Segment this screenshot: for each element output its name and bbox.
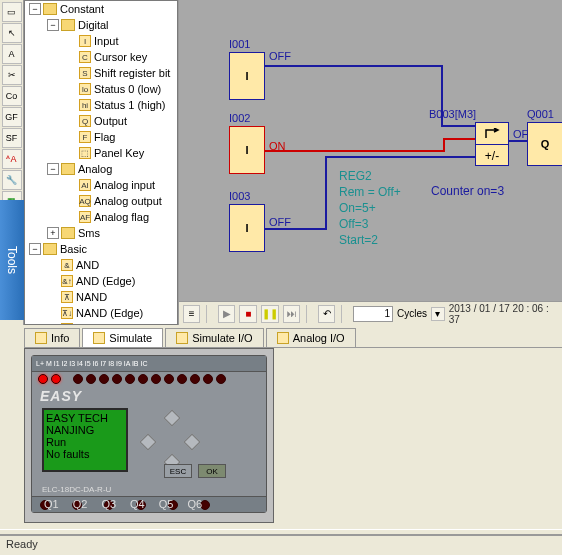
leaf-icon: I bbox=[79, 35, 91, 47]
led-i6[interactable] bbox=[138, 374, 148, 384]
led-i2[interactable] bbox=[86, 374, 96, 384]
collapse-icon[interactable]: − bbox=[47, 163, 59, 175]
collapse-icon[interactable]: − bbox=[29, 243, 41, 255]
tree-analog[interactable]: −Analog bbox=[25, 161, 177, 177]
model-label: ELC-18DC-DA-R-U bbox=[42, 485, 111, 494]
tool-sf[interactable]: SF bbox=[2, 128, 22, 148]
reg-line: REG2 bbox=[339, 168, 372, 184]
tree-scroll[interactable]: −Constant −Digital IInput CCursor key SS… bbox=[25, 1, 177, 324]
tree-label: Analog bbox=[78, 163, 112, 175]
tab-analog-io[interactable]: Analog I/O bbox=[266, 328, 356, 347]
tree-leaf[interactable]: QOutput bbox=[25, 113, 177, 129]
tree-sms[interactable]: +Sms bbox=[25, 225, 177, 241]
dpad-left[interactable] bbox=[140, 434, 157, 451]
output-labels: Q1Q2Q3Q4Q5Q6 bbox=[32, 498, 202, 510]
wire bbox=[265, 150, 445, 152]
led-i7[interactable] bbox=[151, 374, 161, 384]
tool-wrench[interactable]: 🔧 bbox=[2, 170, 22, 190]
led-i5[interactable] bbox=[125, 374, 135, 384]
tree-leaf[interactable]: AIAnalog input bbox=[25, 177, 177, 193]
tree-leaf[interactable]: &AND bbox=[25, 257, 177, 273]
tool-text[interactable]: A bbox=[2, 44, 22, 64]
tree-label: Constant bbox=[60, 3, 104, 15]
tree-label: Analog flag bbox=[94, 211, 149, 223]
step-button[interactable]: ⏭ bbox=[283, 305, 300, 323]
tree-leaf[interactable]: ≥1OR bbox=[25, 321, 177, 324]
tree-leaf[interactable]: AFAnalog flag bbox=[25, 209, 177, 225]
tree-leaf[interactable]: loStatus 0 (low) bbox=[25, 81, 177, 97]
folder-icon bbox=[61, 163, 75, 175]
cycles-dropdown[interactable]: ▾ bbox=[431, 307, 445, 321]
diagram-canvas[interactable]: I001 I OFF I002 I ON I003 I OFF B003[M bbox=[179, 0, 562, 301]
dpad-right[interactable] bbox=[184, 434, 201, 451]
lcd-screen: EASY TECH NANJING Run No faults bbox=[42, 408, 128, 472]
block-b003[interactable]: +/- bbox=[475, 122, 509, 166]
tree-leaf[interactable]: ⊼NAND bbox=[25, 289, 177, 305]
led-i1[interactable] bbox=[73, 374, 83, 384]
tree-label: AND (Edge) bbox=[76, 275, 135, 287]
led-ia[interactable] bbox=[190, 374, 200, 384]
tree-label: Panel Key bbox=[94, 147, 144, 159]
tab-simulate-io[interactable]: Simulate I/O bbox=[165, 328, 264, 347]
dpad-up[interactable] bbox=[164, 410, 181, 427]
lcd-line: EASY TECH bbox=[46, 412, 124, 424]
tree-leaf-input[interactable]: IInput bbox=[25, 33, 177, 49]
block-label: I002 bbox=[229, 112, 250, 124]
tool-cut[interactable]: ✂ bbox=[2, 65, 22, 85]
block-i002[interactable]: I bbox=[229, 126, 265, 174]
tab-simulate[interactable]: Simulate bbox=[82, 328, 163, 347]
stop-button[interactable]: ■ bbox=[239, 305, 256, 323]
cycles-input[interactable] bbox=[353, 306, 393, 322]
esc-button[interactable]: ESC bbox=[164, 464, 192, 478]
tree-constant[interactable]: −Constant bbox=[25, 1, 177, 17]
tool-btn-1[interactable]: ▭ bbox=[2, 2, 22, 22]
led-ib[interactable] bbox=[203, 374, 213, 384]
leaf-icon: AF bbox=[79, 211, 91, 223]
block-q001[interactable]: Q bbox=[527, 122, 562, 166]
tab-info[interactable]: Info bbox=[24, 328, 80, 347]
leaf-icon: ≥1 bbox=[61, 323, 73, 324]
tool-label-a[interactable]: ᴬA bbox=[2, 149, 22, 169]
collapse-icon[interactable]: − bbox=[47, 19, 59, 31]
tree-label: Flag bbox=[94, 131, 115, 143]
tree-label: NAND (Edge) bbox=[76, 307, 143, 319]
tools-tab[interactable]: Tools bbox=[0, 200, 24, 320]
play-button[interactable]: ▶ bbox=[218, 305, 235, 323]
tree-leaf[interactable]: ⬚Panel Key bbox=[25, 145, 177, 161]
ok-button[interactable]: OK bbox=[198, 464, 226, 478]
tree-leaf[interactable]: AQAnalog output bbox=[25, 193, 177, 209]
leaf-icon: & bbox=[61, 259, 73, 271]
tool-co[interactable]: Co bbox=[2, 86, 22, 106]
tree-leaf[interactable]: FFlag bbox=[25, 129, 177, 145]
led-i8[interactable] bbox=[164, 374, 174, 384]
dpad bbox=[142, 412, 198, 468]
tree-digital[interactable]: −Digital bbox=[25, 17, 177, 33]
counter-text: Counter on=3 bbox=[431, 184, 504, 198]
led-i3[interactable] bbox=[99, 374, 109, 384]
tree-leaf[interactable]: &↑AND (Edge) bbox=[25, 273, 177, 289]
tree-leaf[interactable]: CCursor key bbox=[25, 49, 177, 65]
tree-basic[interactable]: −Basic bbox=[25, 241, 177, 257]
leaf-icon: AI bbox=[79, 179, 91, 191]
block-label: I001 bbox=[229, 38, 250, 50]
status-bar: Ready bbox=[0, 535, 562, 555]
block-i001[interactable]: I bbox=[229, 52, 265, 100]
led-i9[interactable] bbox=[177, 374, 187, 384]
led-i4[interactable] bbox=[112, 374, 122, 384]
lcd-line: NANJING bbox=[46, 424, 124, 436]
tree-label: Basic bbox=[60, 243, 87, 255]
pause-button[interactable]: ❚❚ bbox=[261, 305, 279, 323]
expand-icon[interactable]: + bbox=[47, 227, 59, 239]
tree-leaf[interactable]: SShift register bit bbox=[25, 65, 177, 81]
undo-button[interactable]: ↶ bbox=[318, 305, 335, 323]
tool-gf[interactable]: GF bbox=[2, 107, 22, 127]
counter-top-icon bbox=[476, 123, 508, 145]
tool-cursor[interactable]: ↖ bbox=[2, 23, 22, 43]
collapse-icon[interactable]: − bbox=[29, 3, 41, 15]
block-i003[interactable]: I bbox=[229, 204, 265, 252]
led-ic[interactable] bbox=[216, 374, 226, 384]
tree-leaf[interactable]: hiStatus 1 (high) bbox=[25, 97, 177, 113]
nav-btn[interactable]: ≡ bbox=[183, 305, 200, 323]
tree-leaf[interactable]: ⊼↓NAND (Edge) bbox=[25, 305, 177, 321]
tree-label: Status 0 (low) bbox=[94, 83, 161, 95]
